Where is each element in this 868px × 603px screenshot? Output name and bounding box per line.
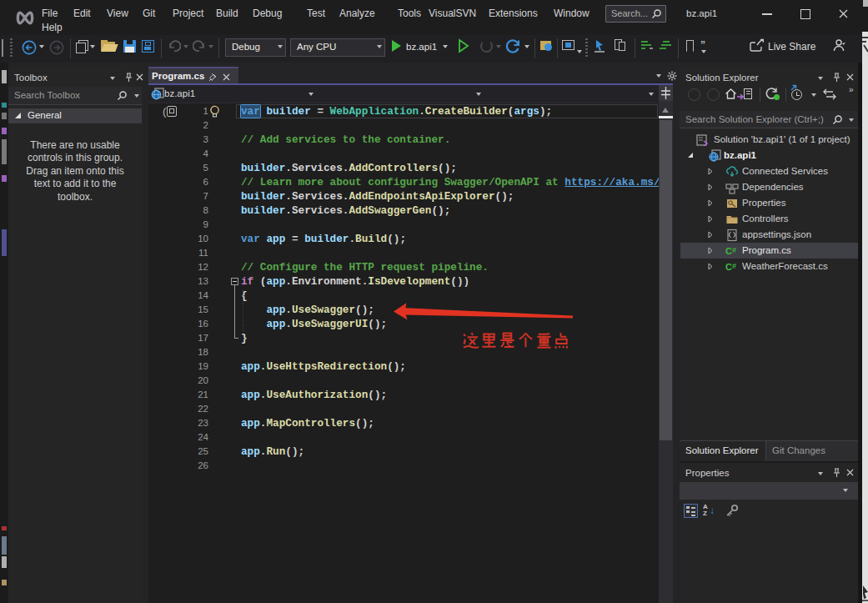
svg-text:#: # — [732, 262, 736, 270]
svg-text:#: # — [732, 246, 736, 254]
svg-text:C: C — [725, 246, 732, 256]
svg-text:C: C — [725, 262, 732, 272]
